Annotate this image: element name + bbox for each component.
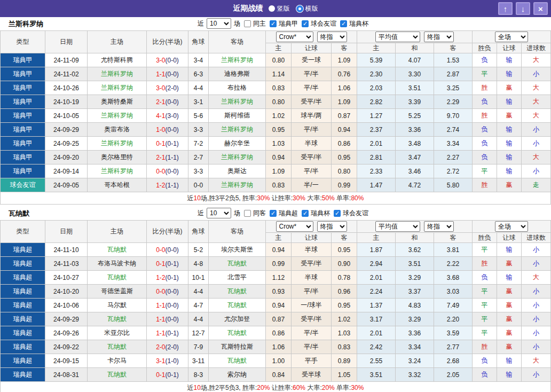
- avg-away-cell: 2.72: [434, 164, 473, 178]
- result-wdl-cell: 平: [473, 164, 497, 178]
- sub-col-header-6: 胜负: [473, 233, 497, 243]
- avg-home-cell: 1.47: [357, 178, 396, 192]
- away-team-cell: 赫尔辛堡: [209, 137, 266, 151]
- filter-checkbox-3[interactable]: [340, 20, 347, 27]
- date-cell: 24-09-25: [45, 137, 88, 151]
- away-team-cell: 迪格弗斯: [209, 67, 266, 81]
- result-handicap-cell: 赢: [497, 340, 522, 354]
- odds-away-cell: 0.78: [332, 271, 357, 285]
- odds-home-cell: 0.83: [266, 178, 292, 192]
- filter-checkbox-label: 同客: [253, 209, 266, 218]
- filter-checkbox-0[interactable]: [244, 210, 251, 217]
- result-goals-cell: 小: [522, 123, 551, 137]
- scope-select[interactable]: 全场: [495, 32, 528, 42]
- summary-text: 近: [187, 384, 194, 391]
- avg-away-cell: 1.53: [434, 53, 473, 67]
- fulltime-score: 2-1: [156, 154, 165, 161]
- result-handicap-cell: 输: [497, 164, 522, 178]
- odds-away-cell: 0.96: [332, 285, 357, 299]
- games-count-select[interactable]: 10: [207, 18, 231, 29]
- home-team-cell: 哥本哈根: [88, 178, 147, 192]
- games-count-select[interactable]: 10: [207, 208, 231, 218]
- avg-home-cell: 2.24: [357, 285, 396, 299]
- filter-checkbox-label: 瑞典甲: [279, 19, 298, 28]
- odds-source-select[interactable]: Crow*: [276, 32, 313, 42]
- layout-radio-vertical[interactable]: 竖版: [269, 4, 290, 13]
- summary-cell: 近10场,胜2平5负3, 胜率:20% 让胜率:60% 大率:20% 单率:30…: [1, 382, 551, 392]
- avg-draw-cell: 3.24: [396, 354, 434, 368]
- halftime-score: (0-0): [166, 126, 179, 134]
- date-cell: 24-09-20: [45, 151, 88, 164]
- avg-home-cell: 2.42: [357, 340, 396, 354]
- halftime-score: (0-1): [166, 330, 179, 337]
- move-down-button[interactable]: ↓: [516, 2, 530, 15]
- avg-away-cell: 9.70: [434, 109, 473, 123]
- filter-controls: 近10场同客瑞典超瑞典杯球会友谊: [198, 208, 368, 218]
- fulltime-score: 1-1: [156, 70, 165, 78]
- summary-text: 50%: [322, 194, 335, 202]
- score-cell: 0-0(0-0): [147, 243, 188, 257]
- avg-home-cell: 3.51: [357, 368, 396, 382]
- handicap-line-cell: 平/半: [292, 285, 332, 299]
- result-goals-cell: 小: [522, 67, 551, 81]
- filter-checkbox-1[interactable]: [270, 210, 277, 217]
- date-cell: 24-08-31: [45, 368, 88, 382]
- odds-stage-select[interactable]: 终指: [317, 221, 347, 232]
- handicap-line-cell: 平/半: [292, 164, 332, 178]
- scope-select[interactable]: 全场: [495, 221, 528, 232]
- close-button[interactable]: ×: [533, 2, 548, 15]
- filter-checkbox-0[interactable]: [244, 20, 251, 27]
- col-header-5: 客场: [209, 31, 266, 53]
- sub-col-header-3: 主: [357, 43, 396, 53]
- summary-text: 60%: [293, 384, 305, 391]
- score-cell: 2-1(0-0): [147, 95, 188, 109]
- avg-stage-select[interactable]: 终指: [424, 221, 454, 232]
- result-goals-cell: 大: [522, 151, 551, 164]
- summary-cell: 近10场,胜3平2负5, 胜率:30% 让胜率:30% 大率:50% 单率:80…: [1, 192, 551, 205]
- odds-source-select[interactable]: Crow*: [276, 221, 313, 232]
- result-wdl-cell: 负: [473, 53, 497, 67]
- match-row: 瑞典甲24-09-20奥尔格里特2-1(1-1)2-7兰斯科罗纳0.94受平/半…: [1, 151, 551, 164]
- avg-source-select[interactable]: 平均值: [375, 221, 420, 232]
- halftime-score: (2-0): [166, 84, 179, 92]
- result-wdl-cell: 负: [473, 95, 497, 109]
- odds-stage-select[interactable]: 终指: [317, 32, 347, 42]
- filter-checkbox-3[interactable]: [334, 210, 341, 217]
- score-cell: 1-1(0-0): [147, 312, 188, 326]
- handicap-line-cell: 平手: [292, 354, 332, 368]
- layout-radio-horizontal[interactable]: 横版: [296, 4, 318, 13]
- score-cell: 0-0(0-0): [147, 164, 188, 178]
- filter-checkbox-1[interactable]: [270, 20, 277, 27]
- avg-stage-select[interactable]: 终指: [424, 32, 454, 42]
- sub-col-header-1: 让球: [292, 233, 332, 243]
- result-wdl-cell: 胜: [473, 109, 497, 123]
- results-table: 类型日期主场比分(半场)角球客场Crow*终指平均值终指全场主让球客主和客胜负让…: [0, 220, 551, 392]
- result-handicap-cell: 输: [497, 67, 522, 81]
- halftime-score: (0-0): [166, 302, 179, 309]
- avg-home-cell: 2.30: [357, 67, 396, 81]
- corner-cell: 0-0: [188, 178, 209, 192]
- odds-home-cell: 0.80: [266, 53, 292, 67]
- filter-checkbox-2[interactable]: [302, 210, 309, 217]
- score-cell: 3-1(1-0): [147, 354, 188, 368]
- filter-checkbox-label: 瑞典杯: [311, 209, 330, 218]
- summary-text: 80%: [351, 194, 364, 202]
- filter-checkbox-label: 球会友谊: [311, 19, 336, 28]
- title-group: 近期战绩 竖版横版: [233, 4, 318, 13]
- odds-away-cell: 0.87: [332, 109, 357, 123]
- avg-source-select[interactable]: 平均值: [375, 32, 420, 42]
- halftime-score: (0-1): [166, 371, 179, 379]
- odds-away-cell: 0.94: [332, 123, 357, 137]
- summary-text: 30%: [293, 194, 305, 202]
- avg-away-cell: 2.29: [434, 95, 473, 109]
- page-title: 近期战绩: [233, 4, 263, 13]
- result-goals-cell: 小: [522, 312, 551, 326]
- avg-away-cell: 3.68: [434, 271, 473, 285]
- move-up-button[interactable]: ↑: [498, 2, 513, 15]
- filter-checkbox-2[interactable]: [302, 20, 309, 27]
- avg-away-cell: 3.25: [434, 81, 473, 95]
- result-handicap-cell: 输: [497, 354, 522, 368]
- col-header-2: 主场: [88, 221, 147, 243]
- league-cell: 瑞典超: [1, 326, 45, 340]
- result-wdl-cell: 负: [473, 151, 497, 164]
